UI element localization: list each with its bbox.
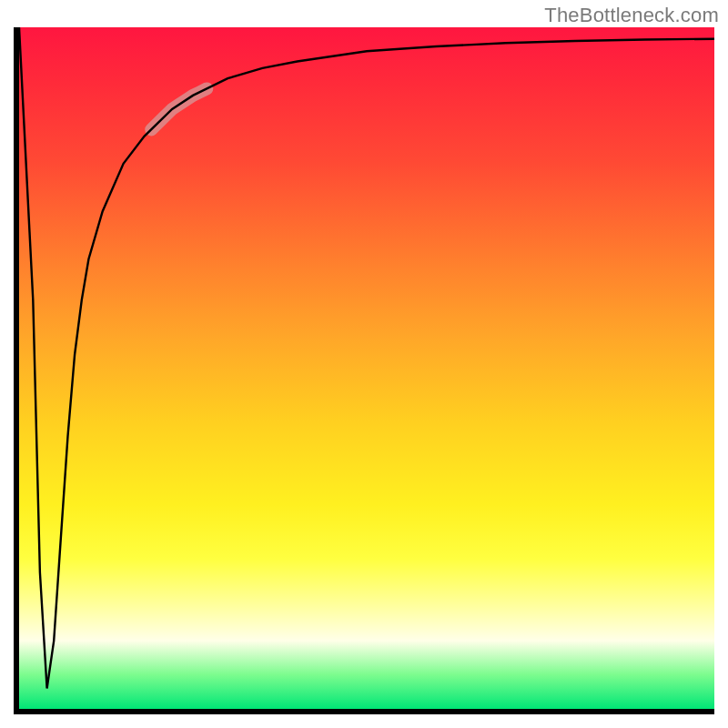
chart-plot-area [14, 27, 714, 714]
watermark-text: TheBottleneck.com [544, 4, 719, 27]
chart-svg [19, 27, 714, 709]
curve-highlight-segment [151, 88, 207, 129]
bottleneck-curve [19, 27, 714, 689]
